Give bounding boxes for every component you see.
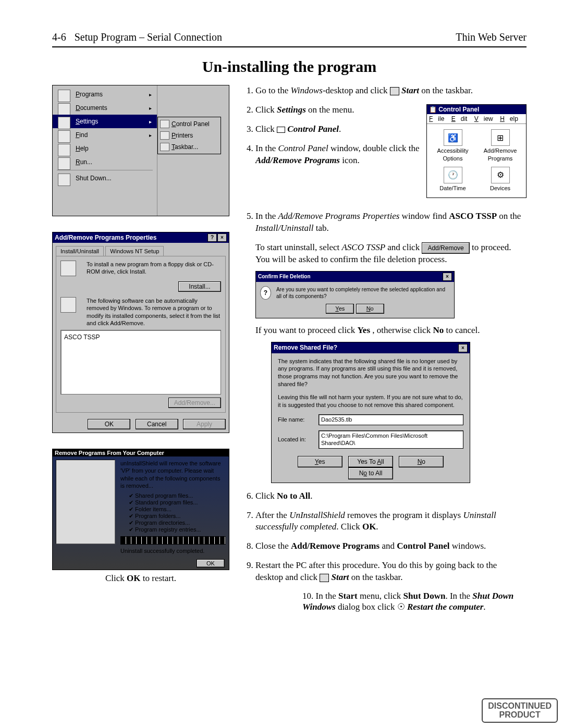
yes-button[interactable]: Yes	[326, 304, 354, 314]
start-icon	[320, 574, 329, 582]
status-text: Uninstall successfully completed.	[120, 548, 226, 554]
install-icon	[60, 261, 76, 276]
close-icon[interactable]: ×	[217, 233, 227, 242]
dialog-title: Remove Programs From Your Computer	[53, 449, 229, 456]
start-icon	[390, 87, 399, 95]
list-item: Shared program files...	[129, 492, 226, 499]
menu-file[interactable]: File	[429, 115, 444, 122]
cp-addremove[interactable]: ⊞Add/Remove Programs	[476, 127, 524, 165]
cp-accessibility[interactable]: ♿Accessibility Options	[429, 127, 476, 165]
ok-button[interactable]: OK	[197, 559, 225, 567]
menu-settings[interactable]: Settings	[53, 115, 157, 128]
menu-shutdown[interactable]: Shut Down...	[53, 171, 157, 185]
confirm-msg: Are you sure you want to completely remo…	[276, 286, 450, 300]
discontinued-stamp: DISCONTINUED PRODUCT	[482, 698, 558, 723]
page-header: 4-6 Setup Program – Serial Connection Th…	[52, 31, 527, 47]
tab-nt-setup[interactable]: Windows NT Setup	[105, 246, 164, 256]
menu-help[interactable]: Help	[500, 115, 518, 122]
dialog-title: Confirm File Deletion	[258, 273, 311, 280]
step-8: Close the Add/Remove Programs and Contro…	[255, 540, 527, 552]
caption-restart: Click OK to restart.	[52, 573, 229, 584]
remove-text: The following software can be automatica…	[87, 297, 221, 327]
shared-p1: The system indicates that the following …	[278, 357, 463, 388]
install-button[interactable]: Install...	[178, 281, 221, 292]
menu-edit[interactable]: Edit	[451, 115, 468, 122]
computer-illustration	[56, 460, 115, 544]
doc-title: Thin Web Server	[456, 31, 527, 43]
menu-documents[interactable]: Documents	[53, 101, 157, 115]
install-text: To install a new program from a floppy d…	[87, 261, 221, 276]
progress-bar	[120, 536, 226, 545]
submenu-control-panel[interactable]: Control Panel	[158, 118, 221, 130]
submenu-taskbar[interactable]: Taskbar...	[158, 141, 221, 153]
program-list[interactable]: ASCO TSSP	[60, 330, 221, 394]
no-all-button[interactable]: No to All	[348, 467, 393, 479]
step-1: Go to the Windows-desktop and click Star…	[255, 85, 527, 97]
figure-uninstallshield: Remove Programs From Your Computer unIns…	[52, 449, 229, 570]
menu-programs[interactable]: Programs	[53, 88, 157, 101]
list-item: Program folders...	[129, 513, 226, 520]
step-2: 📋 Control Panel File Edit View Help ♿Acc…	[255, 104, 527, 116]
figure-confirm-deletion: Confirm File Deletion × ? Are you sure y…	[255, 271, 455, 318]
cancel-button[interactable]: Cancel	[136, 419, 178, 429]
list-item: Standard program files...	[129, 499, 226, 506]
dialog-title: Add/Remove Programs Properties	[55, 234, 156, 241]
shared-p2: Leaving this file will not harm your sys…	[278, 393, 463, 409]
loc-label: Located in:	[278, 436, 314, 443]
figure-start-menu: Programs Documents Settings Find Help Ru…	[52, 85, 229, 216]
no-button[interactable]: No	[356, 304, 384, 314]
apply-button[interactable]: Apply	[183, 419, 226, 429]
page-title: Un-installing the program	[52, 58, 527, 76]
figure-remove-shared-file: Remove Shared File? × The system indicat…	[271, 342, 470, 483]
yes-all-button[interactable]: Yes To All	[348, 456, 393, 467]
remove-icon	[60, 297, 76, 313]
list-item: Program directories...	[129, 520, 226, 526]
step-5: In the Add/Remove Programs Properties wi…	[255, 211, 527, 483]
addremove-inline-button[interactable]: Add/Remove	[422, 242, 469, 254]
no-button[interactable]: No	[399, 456, 444, 467]
menu-find[interactable]: Find	[53, 128, 157, 142]
submenu-printers[interactable]: Printers	[158, 130, 221, 141]
folder-icon	[277, 127, 285, 133]
tab-install-uninstall[interactable]: Install/Uninstall	[56, 246, 104, 256]
loc-field: C:\Program Files\Common Files\Microsoft …	[319, 430, 463, 449]
close-icon[interactable]: ×	[443, 273, 452, 281]
figure-control-panel: 📋 Control Panel File Edit View Help ♿Acc…	[426, 104, 527, 198]
figure-addremove-dialog: Add/Remove Programs Properties ?× Instal…	[52, 232, 229, 433]
addremove-button[interactable]: Add/Remove...	[168, 398, 221, 408]
step-9: Restart the PC after this procedure. You…	[255, 560, 527, 584]
step-10: 10. In the Start menu, click Shut Down. …	[302, 591, 527, 612]
list-item: Folder items...	[129, 506, 226, 513]
question-icon: ?	[260, 286, 271, 300]
menu-view[interactable]: View	[474, 115, 493, 122]
step-7: After the UnInstallShield removes the pr…	[255, 510, 527, 534]
page-number: 4-6	[52, 31, 66, 43]
menu-run[interactable]: Run...	[53, 155, 157, 169]
dialog-title: Remove Shared File?	[274, 343, 337, 352]
section-title: Setup Program – Serial Connection	[75, 31, 222, 43]
cp-datetime[interactable]: 🕐Date/Time	[429, 165, 476, 194]
fname-label: File name:	[278, 416, 314, 424]
uninstall-text: unInstallShield will remove the software…	[120, 460, 226, 489]
close-icon[interactable]: ×	[458, 344, 468, 352]
fname-field: Dao2535.tlb	[319, 414, 463, 425]
step-6: Click No to All.	[255, 490, 527, 502]
menu-help[interactable]: Help	[53, 142, 157, 155]
yes-button[interactable]: Yes	[298, 456, 342, 467]
cp-devices[interactable]: ⚙Devices	[476, 165, 524, 194]
help-icon[interactable]: ?	[207, 233, 217, 242]
ok-button[interactable]: OK	[88, 419, 130, 429]
list-item[interactable]: ASCO TSSP	[64, 334, 217, 341]
list-item: Program registry entries...	[129, 526, 226, 533]
